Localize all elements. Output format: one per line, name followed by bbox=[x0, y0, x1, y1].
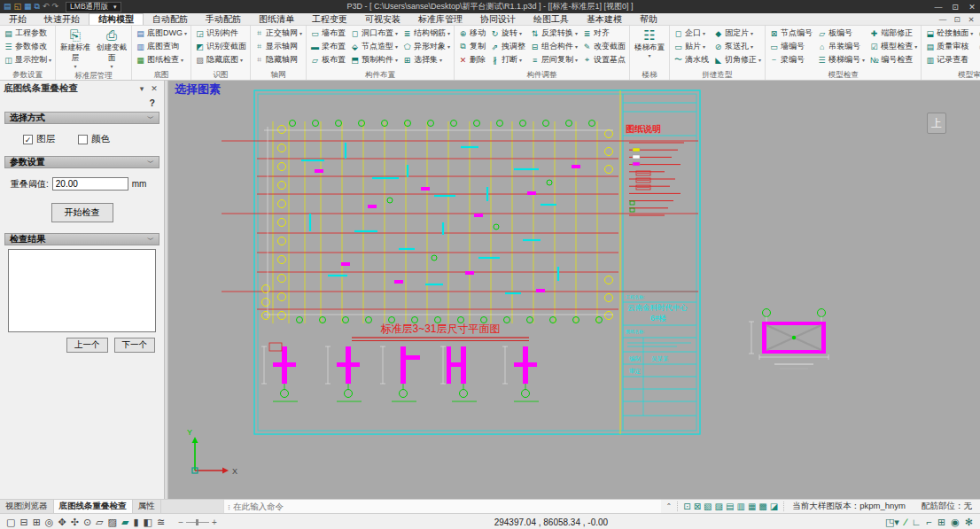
ribbon-button-选择集[interactable]: ⊞选择集▾ bbox=[401, 53, 452, 66]
section-results[interactable]: 检查结果 ﹀ bbox=[4, 233, 159, 245]
up-button[interactable]: 上 bbox=[927, 113, 946, 134]
ribbon-button-企口[interactable]: ◻企口▾ bbox=[672, 27, 711, 40]
ribbon-button-显示控制[interactable]: ◫显示控制▾ bbox=[2, 53, 53, 66]
ortho-icon[interactable]: ⌐ bbox=[927, 517, 932, 527]
results-listbox[interactable] bbox=[8, 249, 156, 332]
ribbon-button-隐藏底图[interactable]: ▨隐藏底图▾ bbox=[193, 53, 248, 66]
ribbon-button-层间复制[interactable]: ≡层间复制▾ bbox=[528, 53, 579, 66]
ribbon-button-结构钢筋[interactable]: ≣结构钢筋▾ bbox=[401, 27, 452, 40]
prev-result-button[interactable]: 上一个 bbox=[66, 338, 108, 353]
tab-手动配筋[interactable]: 手动配筋 bbox=[197, 13, 250, 25]
solid-icon[interactable]: ▮ bbox=[133, 517, 138, 528]
tab-开始[interactable]: 开始 bbox=[0, 13, 35, 25]
ribbon-button-图纸检查[interactable]: ▦图纸检查▾ bbox=[134, 53, 189, 66]
tab-工程变更[interactable]: 工程变更 bbox=[303, 13, 356, 25]
ribbon-button-梁布置[interactable]: ▬梁布置 bbox=[308, 40, 347, 53]
grid-icon[interactable]: ⊞ bbox=[937, 517, 945, 528]
view-cube-back-icon[interactable]: ▨ bbox=[715, 502, 723, 511]
redo-icon[interactable]: ↷ bbox=[52, 3, 59, 11]
doc-minimize-icon[interactable]: — bbox=[937, 15, 949, 24]
tab-快速开始[interactable]: 快速开始 bbox=[35, 13, 89, 25]
dock-tab-视图浏览器[interactable]: 视图浏览器 bbox=[0, 500, 54, 513]
ribbon-button-端部修正[interactable]: ✚端部修正 bbox=[867, 27, 919, 40]
collapse-command-icon[interactable]: ⌃ bbox=[661, 502, 678, 510]
zoom-window-icon[interactable]: ⊙ bbox=[83, 517, 91, 528]
ribbon-button-删除[interactable]: ✕删除 bbox=[456, 53, 487, 66]
ribbon-button-显示轴网[interactable]: ⌗显示轴网 bbox=[253, 40, 304, 53]
polar-icon[interactable]: ∟ bbox=[912, 517, 922, 527]
start-check-button[interactable]: 开始检查 bbox=[51, 203, 113, 222]
zoom-out-icon[interactable]: − bbox=[178, 517, 183, 527]
ref-plane-icon[interactable]: ⊠ bbox=[694, 502, 701, 511]
new-view-icon[interactable]: ▢ bbox=[6, 517, 15, 528]
minimize-icon[interactable]: — bbox=[930, 3, 946, 12]
ribbon-button-板编号[interactable]: ▱板编号 bbox=[815, 27, 867, 40]
ribbon-button-模型锁定[interactable]: ◉模型锁定 bbox=[976, 27, 980, 40]
checkbox-颜色[interactable]: 颜色 bbox=[78, 133, 110, 145]
section-select-mode[interactable]: 选择方式 ﹀ bbox=[4, 112, 159, 124]
panel-close-icon[interactable]: ✕ bbox=[148, 84, 160, 93]
ribbon-button-底图DWG[interactable]: ▤底图DWG▾ bbox=[134, 27, 189, 40]
ribbon-button-质量审核[interactable]: ▤质量审核 bbox=[923, 40, 975, 53]
ribbon-button-底图查询[interactable]: ▥底图查询 bbox=[134, 40, 189, 53]
ribbon-button-对齐[interactable]: ≣对齐 bbox=[580, 27, 627, 40]
solid-edge-icon[interactable]: ◧ bbox=[144, 517, 152, 528]
zoom-slider[interactable]: − + bbox=[171, 517, 224, 527]
ribbon-button-墙编号[interactable]: ▭墙编号 bbox=[767, 40, 814, 53]
ribbon-button-识别构件[interactable]: ◲识别构件 bbox=[193, 27, 248, 40]
doc-close-icon[interactable]: ✕ bbox=[965, 15, 977, 24]
checkbox-图层[interactable]: ✓图层 bbox=[23, 133, 55, 145]
next-result-button[interactable]: 下一个 bbox=[114, 338, 156, 353]
snap-icon[interactable]: ∕ bbox=[905, 517, 906, 527]
close-icon[interactable]: ✕ bbox=[964, 3, 980, 12]
ribbon-button-打断[interactable]: ∦打断▾ bbox=[488, 53, 527, 66]
ribbon-button-正交轴网[interactable]: ⌗正交轴网▾ bbox=[253, 27, 304, 40]
panel-dock-icon[interactable]: ▾ bbox=[136, 84, 148, 93]
ribbon-button-模型检查[interactable]: ☑模型检查▾ bbox=[867, 40, 919, 53]
view-cube-right-icon[interactable]: ▥ bbox=[736, 502, 744, 511]
view-cube-bottom-icon[interactable]: ▩ bbox=[758, 502, 766, 511]
view-perspective-icon[interactable]: ◪ bbox=[770, 502, 778, 511]
threshold-input[interactable] bbox=[52, 177, 128, 191]
view-cube-front-icon[interactable]: ▧ bbox=[704, 502, 712, 511]
section-params[interactable]: 参数设置 ﹀ bbox=[4, 156, 159, 168]
new-file-icon[interactable]: ▤ bbox=[4, 3, 12, 11]
doc-restore-icon[interactable]: ⊡ bbox=[951, 15, 963, 24]
open-file-icon[interactable]: ◱ bbox=[14, 3, 22, 11]
hidden-line-icon[interactable]: ▨ bbox=[108, 517, 117, 528]
ribbon-button-板布置[interactable]: ▱板布置 bbox=[308, 53, 347, 66]
template-dropdown[interactable]: LMB通用版 ▾ bbox=[66, 2, 121, 12]
add-view-icon[interactable]: ⊞ bbox=[33, 517, 41, 528]
shaded-icon[interactable]: ▰ bbox=[121, 517, 128, 528]
zoom-track[interactable] bbox=[186, 522, 209, 523]
ribbon-button-砼接触面[interactable]: ⬓砼接触面▾ bbox=[923, 27, 975, 40]
ribbon-button-梁编号[interactable]: ⎯梁编号 bbox=[767, 53, 814, 66]
ribbon-button-节点编号[interactable]: ⊠节点编号 bbox=[767, 27, 814, 40]
ribbon-button-记录查看[interactable]: ▥记录查看 bbox=[923, 53, 975, 66]
aim-icon[interactable]: ◉ bbox=[951, 517, 960, 528]
ribbon-button-节点造型[interactable]: ⬙节点造型▾ bbox=[348, 40, 400, 53]
undo-icon[interactable]: ↶ bbox=[43, 3, 50, 11]
zoom-in-icon[interactable]: + bbox=[212, 517, 217, 527]
tab-自动配筋[interactable]: 自动配筋 bbox=[144, 13, 197, 25]
ribbon-button-切角修正[interactable]: ◣切角修正▾ bbox=[712, 53, 763, 66]
settings-gear-icon[interactable]: ✻ bbox=[965, 517, 973, 528]
save-icon[interactable]: ▦ bbox=[24, 3, 32, 11]
ribbon-button-新建标准层[interactable]: ⎘新建标准层▾ bbox=[58, 27, 93, 70]
selection-mode-icon[interactable]: ◳▾ bbox=[885, 517, 899, 528]
ref-point-icon[interactable]: ⊡ bbox=[683, 502, 690, 511]
orbit-icon[interactable]: ✣ bbox=[71, 517, 79, 528]
tab-结构模型[interactable]: 结构模型 bbox=[89, 13, 144, 25]
ribbon-button-墙布置[interactable]: ▭墙布置 bbox=[308, 27, 347, 40]
drag-grip-icon[interactable]: ⁝ bbox=[224, 502, 233, 511]
ribbon-button-贴片[interactable]: ▭贴片▾ bbox=[672, 40, 711, 53]
ribbon-button-组合构件[interactable]: ⊟组合构件▾ bbox=[528, 40, 579, 53]
dock-tab-属性[interactable]: 属性 bbox=[133, 500, 161, 513]
ribbon-button-预制构件[interactable]: ⬒预制构件▾ bbox=[348, 53, 400, 66]
drawing-canvas[interactable]: 选择图素 图纸说明工程名称:云南金科时代中心6#楼图纸名称:编制吴某某审定标准层… bbox=[168, 81, 980, 499]
tab-基本建模[interactable]: 基本建模 bbox=[578, 13, 631, 25]
tab-帮助[interactable]: 帮助 bbox=[631, 13, 666, 25]
panel-help-icon[interactable]: ? bbox=[0, 96, 164, 110]
tab-绘图工具[interactable]: 绘图工具 bbox=[525, 13, 578, 25]
ribbon-button-设置基点[interactable]: ⌖设置基点 bbox=[580, 53, 627, 66]
